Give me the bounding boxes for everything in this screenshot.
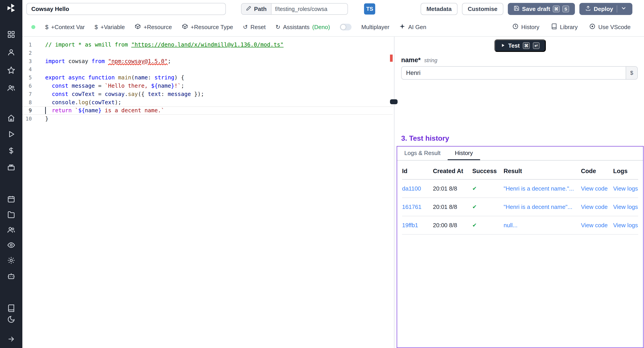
view-code-link[interactable]: View code: [581, 185, 613, 192]
code-line[interactable]: 6 const message = `Hello there, ${name}!…: [22, 82, 393, 90]
result-link[interactable]: "Henri is a decent name"...: [504, 204, 581, 210]
customise-button[interactable]: Customise: [462, 3, 503, 15]
assistants-label: Assistants: [283, 24, 310, 31]
col-success: Success: [472, 168, 504, 175]
add-resource-type-button[interactable]: +Resource Type: [182, 23, 233, 31]
path-input[interactable]: [272, 4, 348, 14]
panel-splitter[interactable]: [393, 37, 396, 348]
add-context-var-label: +Context Var: [51, 24, 85, 31]
tab-logs-result[interactable]: Logs & Result: [397, 146, 448, 160]
history-label: History: [521, 24, 539, 31]
assistants-button[interactable]: ↻Assistants(Deno): [276, 24, 330, 31]
table-row: da1100 20:01 8/8 ✔ "Henri is a decent na…: [402, 180, 638, 198]
history-button[interactable]: History: [512, 23, 539, 31]
history-tabs: Logs & Result History: [397, 146, 643, 160]
sidebar-item-runs[interactable]: [0, 130, 22, 140]
view-logs-link[interactable]: View logs: [613, 185, 638, 192]
deploy-label: Deploy: [594, 6, 613, 12]
field-type: string: [424, 57, 438, 64]
sidebar-item-variables[interactable]: [0, 147, 22, 156]
sidebar-item-docs[interactable]: [0, 304, 22, 314]
sidebar-item-favorites[interactable]: [0, 66, 22, 76]
test-button[interactable]: Test ⌘ ↵: [494, 39, 546, 52]
expand-sidebar-button[interactable]: [0, 335, 22, 345]
code-text: export async function main(name: string)…: [45, 74, 184, 82]
splitter-drag-handle[interactable]: [390, 99, 398, 104]
play-icon: [501, 42, 505, 49]
library-button[interactable]: Library: [551, 23, 578, 31]
code-text: }: [45, 115, 48, 123]
code-line[interactable]: 2: [22, 49, 393, 57]
book-icon: [7, 304, 15, 314]
toy-brick-icon: [7, 163, 15, 173]
view-logs-link[interactable]: View logs: [613, 222, 638, 229]
code-line[interactable]: 5export async function main(name: string…: [22, 74, 393, 82]
code-line[interactable]: 4: [22, 65, 393, 74]
variable-picker-button[interactable]: $: [626, 67, 637, 79]
folder-icon: [7, 211, 15, 220]
ai-gen-button[interactable]: AI Gen: [399, 23, 426, 31]
edit-path-button[interactable]: Path: [242, 4, 272, 14]
script-name-input[interactable]: [26, 3, 226, 15]
code-editor[interactable]: 1// import * as wmill from "https://deno…: [22, 37, 393, 348]
test-button-row: Test ⌘ ↵: [396, 39, 644, 52]
command-key-badge: ⌘: [523, 42, 530, 49]
add-resource-button[interactable]: +Resource: [134, 23, 172, 31]
save-draft-label: Save draft: [522, 6, 550, 12]
view-code-link[interactable]: View code: [581, 222, 613, 229]
sidebar-item-resources[interactable]: [0, 163, 22, 173]
run-id-link[interactable]: da1100: [402, 185, 433, 192]
save-icon: [514, 5, 520, 13]
result-link[interactable]: null...: [504, 222, 581, 229]
code-line[interactable]: 7 const cowText = cowsay.say({ text: mes…: [22, 90, 393, 98]
code-text: console.log(cowText);: [45, 98, 122, 107]
code-line[interactable]: 8 console.log(cowText);: [22, 98, 393, 107]
deploy-button[interactable]: Deploy: [580, 3, 632, 15]
sidebar-item-settings[interactable]: [0, 256, 22, 266]
reset-button[interactable]: ↺Reset: [243, 24, 266, 31]
line-number: 3: [22, 57, 45, 66]
rotate-ccw-icon: ↺: [243, 24, 248, 30]
sidebar-item-folders[interactable]: [0, 211, 22, 220]
windmill-logo[interactable]: [0, 3, 22, 13]
col-logs: Logs: [613, 168, 638, 175]
result-link[interactable]: "Henri is a decent name."...: [504, 185, 581, 192]
package-icon: [182, 23, 188, 31]
multiplayer-toggle[interactable]: [340, 24, 352, 30]
sidebar-item-home[interactable]: [0, 114, 22, 124]
sidebar-item-audit-logs[interactable]: [0, 241, 22, 251]
sidebar-item-workspace-users[interactable]: [0, 84, 22, 94]
use-vscode-button[interactable]: Use VScode: [589, 23, 630, 31]
main-area: Path TS Metadata Customise Save draft ⌘ …: [22, 0, 644, 348]
run-id-link[interactable]: 161761: [402, 204, 433, 210]
dark-mode-toggle[interactable]: [0, 315, 22, 325]
code-line[interactable]: 9 return `${name} is a decent name.`: [22, 106, 393, 115]
code-line[interactable]: 3import cowsay from "npm:cowsay@1.5.0";: [22, 57, 393, 66]
deploy-icon: [585, 5, 591, 13]
chevron-down-icon[interactable]: [621, 5, 626, 13]
tab-history[interactable]: History: [448, 146, 480, 160]
name-argument-input[interactable]: [401, 66, 638, 80]
code-line[interactable]: 10}: [22, 115, 393, 123]
sidebar-item-profile[interactable]: [0, 48, 22, 58]
sidebar-item-schedules[interactable]: [0, 195, 22, 205]
col-created-at: Created At: [433, 168, 472, 175]
topbar-actions: Metadata Customise Save draft ⌘ S Deploy: [420, 3, 632, 15]
table-row: 161761 20:01 8/8 ✔ "Henri is a decent na…: [402, 198, 638, 216]
sidebar-item-groups[interactable]: [0, 226, 22, 236]
sidebar-item-apps-grid[interactable]: [0, 30, 22, 40]
view-code-link[interactable]: View code: [581, 204, 613, 210]
success-check-icon: ✔: [472, 186, 504, 192]
add-context-var-button[interactable]: $+Context Var: [45, 24, 85, 31]
add-resource-label: +Resource: [144, 24, 172, 31]
path-label: Path: [254, 6, 266, 12]
col-result: Result: [504, 168, 581, 175]
code-line[interactable]: 1// import * as wmill from "https://deno…: [22, 41, 393, 49]
run-id-link[interactable]: 19ffb1: [402, 222, 433, 229]
metadata-button[interactable]: Metadata: [420, 3, 458, 15]
save-draft-button[interactable]: Save draft ⌘ S: [508, 3, 575, 15]
add-variable-button[interactable]: $+Variable: [94, 24, 125, 31]
view-logs-link[interactable]: View logs: [613, 204, 638, 210]
sidebar-item-workers[interactable]: [0, 272, 22, 282]
code-lines: 1// import * as wmill from "https://deno…: [22, 41, 393, 123]
